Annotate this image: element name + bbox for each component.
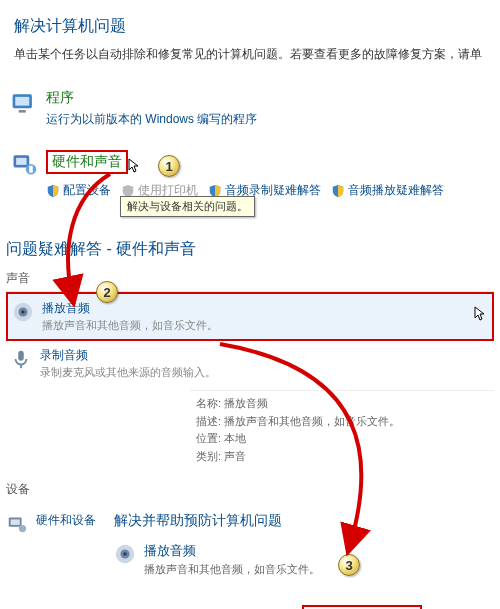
svg-rect-2 (19, 110, 26, 113)
microphone-icon (10, 348, 32, 370)
play-audio-desc: 播放声音和其他音频，如音乐文件。 (42, 318, 466, 333)
tooltip: 解决与设备相关的问题。 (120, 196, 255, 217)
item-detail-panel: 名称: 播放音频 描述: 播放声音和其他音频，如音乐文件。 位置: 本地 类别:… (190, 390, 494, 473)
page-subtitle: 单击某个任务以自动排除和修复常见的计算机问题。若要查看更多的故障修复方案，请单 (14, 45, 486, 63)
record-audio-item[interactable]: 录制音频 录制麦克风或其他来源的音频输入。 (6, 341, 494, 386)
wizard-item-desc: 播放声音和其他音频，如音乐文件。 (144, 562, 320, 577)
hardware-icon (10, 150, 38, 178)
audio-play-troubleshoot-link[interactable]: 音频播放疑难解答 (331, 182, 444, 199)
svg-point-17 (123, 553, 127, 557)
step-badge-2: 2 (96, 281, 118, 303)
configure-device-link[interactable]: 配置设备 (46, 182, 111, 199)
sound-group-label: 声音 (6, 270, 494, 287)
device-icon (6, 513, 28, 535)
step-badge-1: 1 (158, 155, 180, 177)
svg-point-9 (21, 310, 25, 314)
troubleshoot-heading: 问题疑难解答 - 硬件和声音 (6, 239, 494, 260)
svg-rect-13 (11, 520, 20, 526)
speaker-icon (114, 543, 136, 565)
programs-icon (10, 89, 38, 117)
cursor-icon (128, 158, 142, 174)
shield-icon (331, 184, 345, 198)
programs-link[interactable]: 程序 (46, 89, 490, 107)
play-audio-item[interactable]: 播放音频 播放声音和其他音频，如音乐文件。 (6, 292, 494, 341)
cursor-icon (474, 306, 488, 322)
hardware-device-item[interactable]: 硬件和设备 (36, 512, 96, 577)
svg-rect-4 (16, 158, 27, 165)
page-title: 解决计算机问题 (14, 16, 486, 37)
svg-point-14 (19, 525, 26, 532)
svg-rect-1 (15, 97, 29, 106)
shield-icon (46, 184, 60, 198)
programs-desc-link[interactable]: 运行为以前版本的 Windows 编写的程序 (46, 111, 490, 128)
hardware-sound-link[interactable]: 硬件和声音 (46, 150, 128, 174)
next-button[interactable]: 下一步 (302, 605, 422, 609)
record-audio-desc: 录制麦克风或其他来源的音频输入。 (40, 365, 490, 380)
step-badge-3: 3 (338, 554, 360, 576)
svg-rect-10 (18, 351, 24, 361)
device-group-label: 设备 (6, 481, 494, 498)
wizard-heading: 解决并帮助预防计算机问题 (114, 512, 320, 530)
svg-rect-6 (29, 166, 33, 173)
speaker-icon (12, 301, 34, 323)
wizard-item-title[interactable]: 播放音频 (144, 542, 320, 560)
record-audio-title: 录制音频 (40, 347, 490, 364)
svg-rect-11 (20, 365, 22, 369)
